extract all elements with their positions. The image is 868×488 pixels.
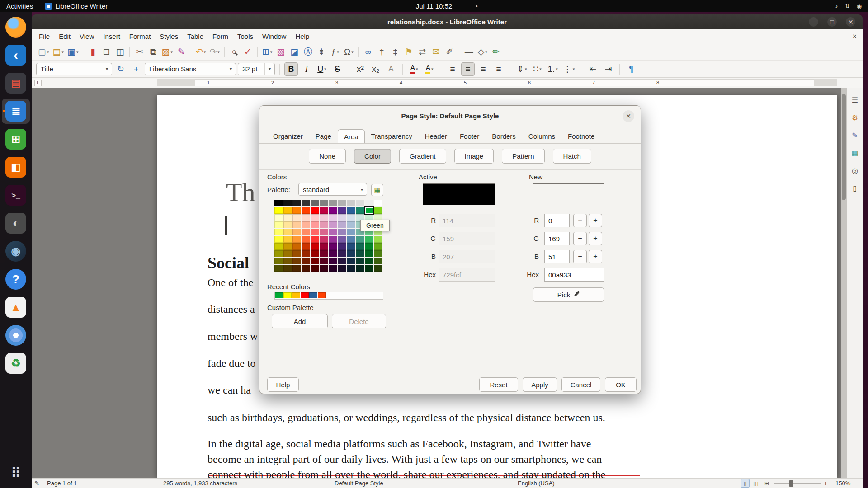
tab-footer[interactable]: Footer [453,129,486,143]
color-swatch[interactable] [283,200,292,206]
color-swatch[interactable] [329,243,337,250]
zoom-slider-handle[interactable] [789,480,793,487]
color-swatch[interactable] [311,214,319,221]
menu-styles[interactable]: Styles [155,31,183,42]
fill-none-button[interactable]: None [309,149,346,164]
color-swatch[interactable] [329,265,337,272]
color-swatch[interactable] [292,243,301,250]
color-swatch[interactable] [311,265,319,272]
fill-hatch-button[interactable]: Hatch [553,149,591,164]
close-document-icon[interactable]: ✕ [852,33,857,40]
color-swatch[interactable] [320,250,328,257]
tab-footnote[interactable]: Footnote [561,129,601,143]
align-left-button[interactable]: ≡ [446,62,459,76]
increase-indent-button[interactable]: ⇥ [601,62,615,76]
single-page-view-button[interactable]: ▯ [741,479,750,488]
active-hex-field[interactable] [439,268,495,282]
dropdown-caret-icon[interactable]: ▾ [270,50,273,54]
color-swatch[interactable] [365,265,373,272]
dropdown-caret-icon[interactable]: ▾ [217,50,220,54]
menu-tools[interactable]: Tools [233,31,258,42]
outline-list-button[interactable]: ⋮▾ [561,62,577,76]
color-swatch[interactable] [356,207,364,214]
language-status[interactable]: English (USA) [518,480,555,487]
color-swatch[interactable] [302,265,310,272]
dropdown-caret-icon[interactable]: ▾ [170,50,173,54]
dropdown-caret-icon[interactable]: ▾ [76,50,79,54]
recent-color-swatch[interactable] [309,292,317,298]
color-swatch[interactable] [347,243,355,250]
reset-button[interactable]: Reset [479,377,518,392]
clone-formatting-button[interactable]: ✎ [175,45,188,59]
color-swatch[interactable] [283,243,292,250]
color-swatch[interactable] [356,200,364,206]
page-count-status[interactable]: Page 1 of 1 [47,480,77,487]
recent-color-swatch[interactable] [301,292,309,298]
tab-organizer[interactable]: Organizer [267,129,309,143]
color-swatch[interactable] [374,200,382,206]
fill-pattern-button[interactable]: Pattern [502,149,544,164]
dropdown-caret-icon[interactable]: ▾ [485,50,487,54]
blue-increment-button[interactable]: + [589,250,602,263]
color-swatch[interactable] [329,258,337,264]
color-swatch[interactable] [329,229,337,235]
scrollbar-thumb[interactable] [842,94,846,200]
palette-options-button[interactable]: ▦ [371,184,383,196]
special-character-button[interactable]: Ω▾ [342,45,355,59]
new-style-button[interactable]: + [129,62,143,76]
color-swatch[interactable] [302,229,310,235]
color-swatch[interactable] [302,207,310,214]
color-swatch[interactable] [338,265,346,272]
color-swatch[interactable] [374,258,382,264]
color-swatch[interactable] [329,236,337,243]
zoom-level[interactable]: 150% [835,480,850,487]
dropdown-caret-icon[interactable]: ▾ [525,67,527,71]
menu-edit[interactable]: Edit [54,31,75,42]
color-swatch[interactable] [311,200,319,206]
color-swatch[interactable] [302,243,310,250]
color-swatch[interactable] [292,229,301,235]
color-swatch[interactable] [329,214,337,221]
chevron-down-icon[interactable]: ▾ [264,63,274,75]
chromium-launcher[interactable] [2,323,30,348]
export-pdf-button[interactable]: ▮ [86,45,99,59]
color-swatch[interactable] [274,229,283,235]
dropdown-caret-icon[interactable]: ▾ [337,50,339,54]
color-swatch[interactable] [302,250,310,257]
dropdown-caret-icon[interactable]: ▾ [416,67,418,71]
apply-button[interactable]: Apply [523,377,557,392]
open-button[interactable]: ▤▾ [51,45,65,59]
active-red-field[interactable] [439,214,495,227]
color-swatch[interactable] [347,265,355,272]
insert-table-button[interactable]: ⊞▾ [260,45,274,59]
color-swatch[interactable] [311,207,319,214]
fill-image-button[interactable]: Image [454,149,494,164]
writer-launcher[interactable]: ≣ [2,99,30,124]
dropdown-caret-icon[interactable]: ▾ [204,50,206,54]
activities-button[interactable]: Activities [6,2,33,10]
cancel-button[interactable]: Cancel [561,377,600,392]
paragraph-style-combo[interactable]: Title ▾ [36,63,112,75]
menu-help[interactable]: Help [291,31,314,42]
steam-launcher[interactable]: ◉ [2,239,30,264]
menu-file[interactable]: File [34,31,54,42]
color-swatch[interactable] [274,207,283,214]
color-swatch[interactable] [356,243,364,250]
dropdown-caret-icon[interactable]: ▾ [573,67,575,71]
color-swatch[interactable] [274,214,283,221]
help-launcher[interactable]: ? [2,267,30,292]
color-swatch[interactable] [338,243,346,250]
menu-window[interactable]: Window [258,31,291,42]
chevron-down-icon[interactable]: ▾ [102,63,112,75]
color-swatch[interactable] [329,221,337,228]
color-swatch[interactable] [374,250,382,257]
insert-image-button[interactable]: ▧ [274,45,288,59]
window-titlebar[interactable]: relationship.docx - LibreOffice Writer –… [32,14,863,29]
firefox-launcher[interactable] [2,14,30,40]
color-swatch[interactable] [311,236,319,243]
minimize-button[interactable]: – [809,17,818,27]
color-swatch[interactable] [347,200,355,206]
color-swatch[interactable] [311,250,319,257]
properties-tab[interactable]: ⚙ [849,112,861,123]
help-button[interactable]: Help [267,377,299,392]
